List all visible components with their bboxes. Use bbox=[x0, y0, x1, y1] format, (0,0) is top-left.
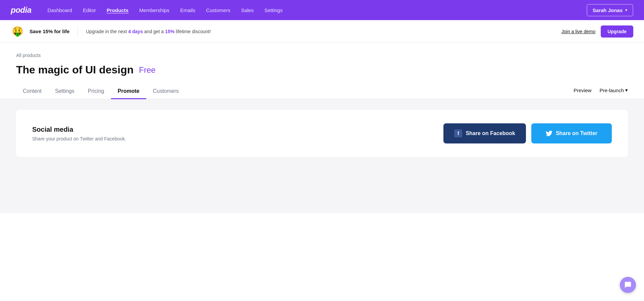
upgrade-banner: 🤑 Save 15% for life Upgrade in the next … bbox=[0, 20, 644, 43]
tab-content[interactable]: Content bbox=[16, 84, 48, 99]
tabs-right: Preview Pre-launch ▾ bbox=[574, 87, 628, 96]
breadcrumb[interactable]: All products bbox=[16, 53, 41, 58]
banner-main-text: Save 15% for life bbox=[30, 28, 69, 34]
tab-pricing[interactable]: Pricing bbox=[81, 84, 111, 99]
logo[interactable]: podia bbox=[11, 5, 32, 15]
promote-content: Social media Share your product on Twitt… bbox=[0, 99, 644, 213]
breadcrumb-area: All products bbox=[0, 43, 644, 58]
chat-bubble[interactable] bbox=[620, 277, 636, 293]
nav-settings[interactable]: Settings bbox=[264, 7, 282, 13]
twitter-btn-label: Share on Twitter bbox=[556, 130, 597, 136]
top-navigation: podia Dashboard Editor Products Membersh… bbox=[0, 0, 644, 20]
user-name: Sarah Jonas bbox=[593, 7, 623, 13]
nav-customers[interactable]: Customers bbox=[206, 7, 230, 13]
nav-dashboard[interactable]: Dashboard bbox=[48, 7, 72, 13]
user-chevron: ▾ bbox=[625, 8, 627, 12]
preview-link[interactable]: Preview bbox=[574, 87, 591, 93]
social-card-title: Social media bbox=[32, 126, 430, 133]
page-title-area: The magic of UI design Free bbox=[0, 58, 644, 76]
tab-settings[interactable]: Settings bbox=[48, 84, 81, 99]
nav-emails[interactable]: Emails bbox=[180, 7, 195, 13]
share-facebook-button[interactable]: f Share on Facebook bbox=[443, 123, 526, 143]
facebook-icon: f bbox=[454, 129, 462, 137]
chat-icon bbox=[624, 281, 632, 289]
banner-divider bbox=[77, 26, 78, 37]
social-card-actions: f Share on Facebook Share on Twitter bbox=[443, 123, 612, 143]
nav-products[interactable]: Products bbox=[107, 7, 128, 13]
user-menu: Sarah Jonas ▾ bbox=[587, 4, 633, 16]
free-badge: Free bbox=[139, 65, 155, 75]
social-media-card: Social media Share your product on Twitt… bbox=[16, 110, 628, 157]
nav-editor[interactable]: Editor bbox=[83, 7, 96, 13]
page-title: The magic of UI design bbox=[16, 64, 133, 76]
tabs-left: Content Settings Pricing Promote Custome… bbox=[16, 84, 574, 99]
tab-promote[interactable]: Promote bbox=[111, 84, 146, 99]
share-twitter-button[interactable]: Share on Twitter bbox=[531, 123, 612, 143]
user-button[interactable]: Sarah Jonas ▾ bbox=[587, 4, 633, 16]
demo-link[interactable]: Join a live demo bbox=[561, 29, 595, 34]
banner-icon: 🤑 bbox=[11, 25, 24, 38]
nav-sales[interactable]: Sales bbox=[241, 7, 254, 13]
nav-memberships[interactable]: Memberships bbox=[139, 7, 169, 13]
banner-sub-text: Upgrade in the next 4 days and get a 15%… bbox=[86, 29, 211, 34]
facebook-btn-label: Share on Facebook bbox=[466, 130, 515, 136]
tabs-row: Content Settings Pricing Promote Custome… bbox=[0, 76, 644, 99]
social-card-subtitle: Share your product on Twitter and Facebo… bbox=[32, 136, 430, 141]
nav-links: Dashboard Editor Products Memberships Em… bbox=[48, 7, 587, 13]
banner-actions: Join a live demo Upgrade bbox=[561, 25, 633, 38]
tab-customers[interactable]: Customers bbox=[146, 84, 185, 99]
social-card-text: Social media Share your product on Twitt… bbox=[32, 126, 430, 141]
upgrade-button[interactable]: Upgrade bbox=[601, 25, 633, 38]
prelaunch-chevron: ▾ bbox=[625, 87, 628, 93]
twitter-icon bbox=[546, 130, 552, 137]
prelaunch-label: Pre-launch bbox=[599, 87, 624, 93]
page-content: All products The magic of UI design Free… bbox=[0, 43, 644, 301]
prelaunch-button[interactable]: Pre-launch ▾ bbox=[599, 87, 628, 93]
